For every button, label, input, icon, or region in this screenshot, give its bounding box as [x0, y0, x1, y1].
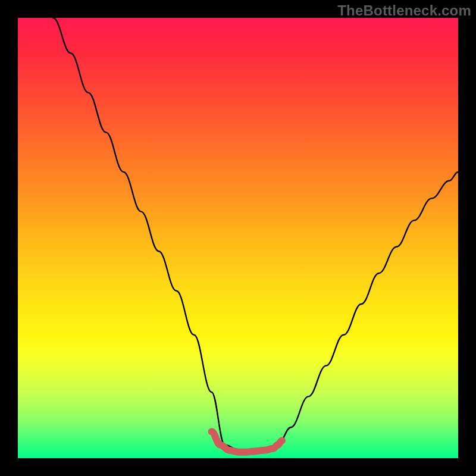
bottleneck-curve-svg	[18, 18, 458, 458]
watermark-text: TheBottleneck.com	[337, 2, 471, 19]
curve-line	[53, 18, 458, 452]
trough-marker	[212, 432, 282, 452]
plot-area	[18, 18, 458, 458]
chart-frame: TheBottleneck.com	[0, 0, 476, 476]
